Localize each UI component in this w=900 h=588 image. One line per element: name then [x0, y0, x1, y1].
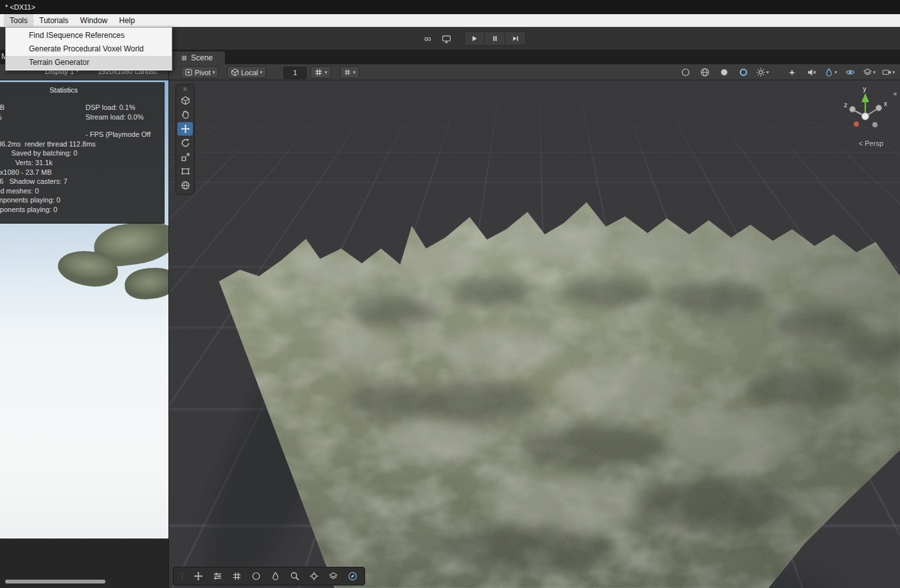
tab-scene[interactable]: Scene: [168, 51, 225, 64]
globe-icon: [181, 181, 190, 190]
menu-window[interactable]: Window: [75, 14, 114, 27]
overlay-drag-handle[interactable]: ⋮: [177, 572, 188, 580]
gizmo-center: [862, 113, 869, 120]
move-icon: [194, 571, 203, 581]
stats-row: hes: 94 Saved by batching: 0: [0, 148, 164, 158]
monitor-icon: [442, 34, 451, 44]
horizontal-scrollbar[interactable]: [5, 580, 105, 584]
sphere-brush-button[interactable]: [247, 569, 265, 584]
stats-row: ator components playing: 0: [0, 205, 164, 215]
compass-button[interactable]: [343, 569, 361, 584]
layers-dropdown-button[interactable]: ▾: [861, 66, 877, 79]
step-icon: [512, 35, 519, 42]
heightmap-button[interactable]: [228, 569, 246, 584]
center-pivot-button[interactable]: [305, 569, 323, 584]
zoom-button[interactable]: [285, 569, 303, 584]
orientation-label: Local: [241, 69, 258, 76]
play-button[interactable]: [464, 31, 485, 46]
snap-settings-button[interactable]: ▾: [340, 66, 359, 78]
flare-dropdown-button[interactable]: ▾: [755, 66, 770, 79]
menu-bar: Tools Tutorials Window Help: [0, 14, 900, 27]
scene-visibility-button[interactable]: [842, 66, 858, 79]
rect-tool-icon: [181, 166, 190, 176]
menu-item-terrain-generator[interactable]: Terrain Generator: [6, 56, 172, 69]
caret-down-icon: ▾: [353, 69, 356, 76]
caret-down-icon: ▾: [766, 69, 769, 76]
layers-icon: [863, 67, 872, 77]
overlay-drag-handle[interactable]: ≡: [183, 85, 187, 93]
droplet-icon: [824, 67, 834, 77]
caret-down-icon: ▾: [892, 69, 895, 76]
menu-tutorials[interactable]: Tutorials: [33, 14, 75, 27]
orientation-gizmo[interactable]: y x z: [840, 85, 891, 139]
infinity-icon: ∞: [424, 31, 431, 46]
rotate-icon: [181, 138, 190, 148]
neg-x-axis-knob: [854, 121, 859, 127]
rect-tool-button[interactable]: [177, 165, 193, 178]
stats-row: main 3986.2ms render thread 112.8ms: [0, 139, 164, 149]
tools-overlay: ≡: [176, 84, 195, 195]
neg-z-axis-knob: [872, 122, 878, 127]
move-icon: [181, 124, 190, 134]
terrain-mesh[interactable]: [169, 80, 900, 588]
lighting-toggle-button[interactable]: [716, 66, 732, 79]
scale-icon: [181, 152, 190, 162]
stats-row: ing: 0.0%Stream load: 0.0%: [0, 112, 164, 122]
transform-tool-button[interactable]: [177, 179, 193, 192]
draw-mode-button[interactable]: [678, 66, 693, 79]
y-axis-cone: [861, 93, 869, 102]
rotate-tool-button[interactable]: [177, 136, 193, 150]
eye-icon: [845, 67, 855, 77]
terrain-settings-button[interactable]: [208, 569, 226, 584]
cinemachine-button[interactable]: ∞: [419, 31, 436, 46]
x-axis-label: x: [884, 100, 887, 107]
menu-tools[interactable]: Tools: [4, 14, 33, 27]
caret-down-icon: ▾: [325, 69, 327, 76]
view-tool-button[interactable]: [177, 108, 193, 121]
play-icon: [471, 35, 478, 42]
sliders-icon: [213, 571, 222, 581]
particles-toggle-button[interactable]: [784, 66, 800, 79]
cube-tool-button[interactable]: [177, 94, 193, 107]
grid-visibility-button[interactable]: ▾: [310, 66, 331, 78]
post-processing-toggle-button[interactable]: [735, 66, 751, 79]
menu-item-generate-procedural-voxel-world[interactable]: Generate Procedural Voxel World: [6, 42, 172, 56]
z-axis-knob: [850, 107, 856, 112]
grid-size-field[interactable]: 1: [284, 67, 307, 79]
display-target-button[interactable]: [438, 31, 455, 46]
stats-row: ics:- FPS (Playmode Off: [0, 130, 164, 139]
hand-icon: [181, 110, 190, 120]
stats-row: le skinned meshes: 0: [0, 186, 164, 196]
shaded-sphere-icon: [681, 67, 690, 77]
stats-row: en: 1920x1080 - 23.7 MB: [0, 168, 164, 177]
pause-button[interactable]: [485, 31, 505, 46]
layers-button[interactable]: [324, 569, 342, 584]
window-title: * <DX11>: [5, 3, 35, 11]
pivot-icon: [184, 68, 193, 76]
camera-dropdown-button[interactable]: ▾: [881, 66, 896, 79]
menu-item-find-isequence-references[interactable]: Find ISequence References: [6, 29, 172, 42]
y-axis-label: y: [863, 85, 867, 93]
projection-label[interactable]: < Persp: [859, 139, 883, 147]
overlay-options-icon[interactable]: ≡: [894, 91, 897, 97]
effects-dropdown-button[interactable]: ▾: [823, 66, 838, 79]
pivot-toggle-button[interactable]: Pivot ▾: [181, 66, 219, 78]
scene-viewport[interactable]: ≡ ⋮: [168, 80, 900, 588]
terrain-tools-overlay: ⋮: [173, 567, 365, 585]
caret-down-icon: ▾: [834, 69, 837, 76]
menu-help[interactable]: Help: [113, 14, 141, 27]
sphere-icon: [251, 571, 261, 581]
step-button[interactable]: [505, 31, 526, 46]
paint-button[interactable]: [266, 569, 284, 584]
search-icon: [290, 571, 300, 581]
sun-icon: [756, 67, 766, 77]
move-terrain-button[interactable]: [189, 569, 207, 584]
caret-down-icon: ▾: [260, 69, 262, 76]
scene-tab-label: Scene: [191, 53, 213, 62]
orientation-toggle-button[interactable]: Local ▾: [227, 66, 266, 78]
stats-row: ss calls: 6 Shadow casters: 7: [0, 177, 164, 186]
skybox-toggle-button[interactable]: [697, 66, 712, 79]
audio-mute-button[interactable]: [804, 66, 819, 79]
move-tool-button[interactable]: [177, 122, 193, 136]
scale-tool-button[interactable]: [177, 150, 193, 164]
